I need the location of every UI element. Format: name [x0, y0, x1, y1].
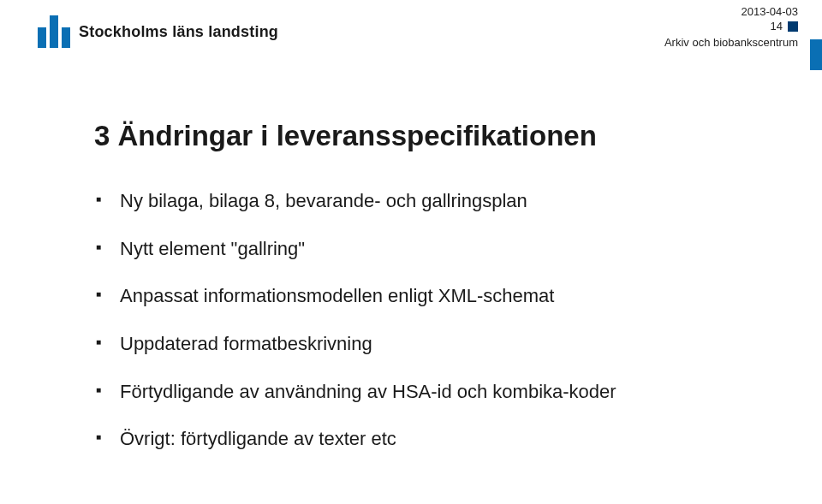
sll-logo-icon: [38, 15, 70, 48]
list-item: Anpassat informationsmodellen enligt XML…: [94, 283, 745, 309]
list-item: Övrigt: förtydligande av texter etc: [94, 426, 745, 452]
list-item: Nytt element "gallring": [94, 236, 745, 262]
slide-header: Stockholms läns landsting 2013-04-03 14 …: [0, 0, 822, 68]
accent-bar: [810, 39, 822, 70]
list-item: Ny bilaga, bilaga 8, bevarande- och gall…: [94, 188, 745, 214]
page-number-row: 14: [664, 20, 798, 33]
header-subtitle: Arkiv och biobankscentrum: [664, 36, 798, 49]
bullet-list: Ny bilaga, bilaga 8, bevarande- och gall…: [94, 188, 745, 452]
list-item: Förtydligande av användning av HSA-id oc…: [94, 379, 745, 405]
svg-rect-0: [38, 27, 46, 48]
header-meta: 2013-04-03 14 Arkiv och biobankscentrum: [664, 5, 798, 49]
slide-date: 2013-04-03: [664, 5, 798, 18]
logo-area: Stockholms läns landsting: [38, 15, 278, 48]
org-name: Stockholms läns landsting: [79, 23, 278, 41]
slide-title: 3 Ändringar i leveransspecifikationen: [94, 120, 745, 152]
svg-rect-1: [50, 15, 58, 48]
slide-content: 3 Ändringar i leveransspecifikationen Ny…: [0, 68, 822, 452]
svg-rect-2: [62, 27, 70, 48]
list-item: Uppdaterad formatbeskrivning: [94, 331, 745, 357]
page-number: 14: [771, 20, 783, 33]
page-marker-icon: [788, 21, 798, 32]
